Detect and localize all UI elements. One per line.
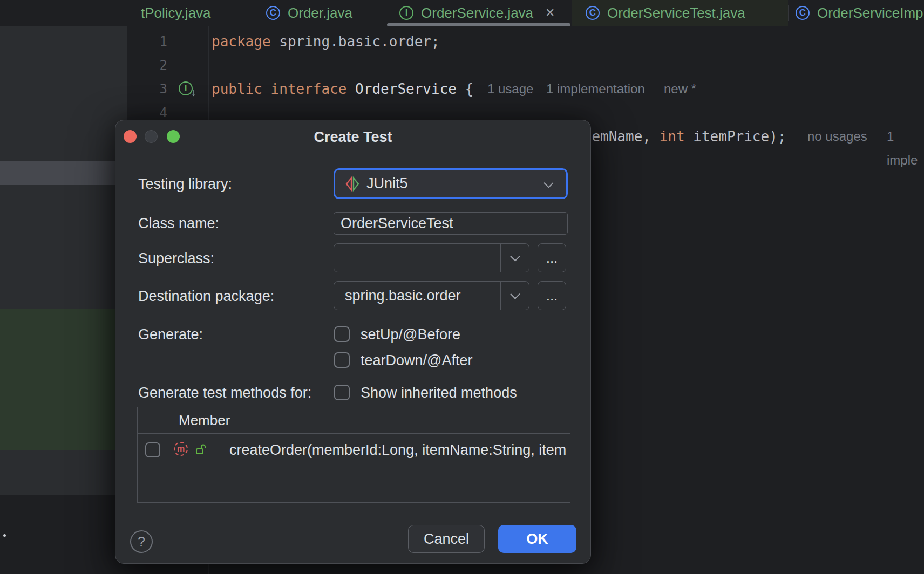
code-text: { xyxy=(457,81,473,97)
tab-separator xyxy=(378,5,378,21)
tab-order[interactable]: C Order.java xyxy=(243,0,378,26)
tab-orderserviceimpl[interactable]: C OrderServiceImp xyxy=(788,0,924,26)
class-icon: C xyxy=(586,6,600,20)
show-inherited-methods-label: Show inherited methods xyxy=(361,384,517,402)
cancel-button-label: Cancel xyxy=(424,531,469,548)
teardown-after-checkbox[interactable] xyxy=(334,352,350,368)
implementations-inlay-hint[interactable]: 1 implementation xyxy=(546,77,645,101)
stray-dot xyxy=(3,534,6,537)
junit5-icon xyxy=(345,176,361,192)
tab-label: OrderService.java xyxy=(421,5,533,22)
destination-package-dropdown-button[interactable] xyxy=(500,282,529,310)
tab-orderservicetest[interactable]: C OrderServiceTest.java xyxy=(572,0,788,26)
keyword: public interface xyxy=(212,81,346,97)
show-inherited-methods-checkbox[interactable] xyxy=(334,385,350,400)
usages-inlay-hint[interactable]: no usages xyxy=(807,125,867,148)
tab-discountpolicy[interactable]: tPolicy.java xyxy=(127,0,243,26)
class-icon: C xyxy=(796,6,810,20)
chevron-down-icon xyxy=(510,289,520,299)
member-row-checkbox[interactable] xyxy=(145,442,160,457)
tab-label: OrderServiceImp xyxy=(817,5,923,22)
destination-package-value: spring.basic.order xyxy=(345,288,461,304)
class-name-label: Class name: xyxy=(138,214,219,233)
ellipsis-icon: ... xyxy=(546,288,558,304)
tab-label: OrderServiceTest.java xyxy=(607,5,745,22)
tab-label: tPolicy.java xyxy=(141,5,211,22)
code-text: itemPrice); xyxy=(685,128,786,145)
class-icon: C xyxy=(266,6,280,20)
close-icon[interactable]: ✕ xyxy=(545,7,555,19)
chevron-down-icon xyxy=(543,178,553,188)
testing-library-value: JUnit5 xyxy=(366,175,408,192)
superclass-label: Superclass: xyxy=(138,249,214,268)
member-column-header: Member xyxy=(169,407,570,433)
ok-button-label: OK xyxy=(526,531,548,548)
keyword: package xyxy=(212,33,271,50)
code-line-1: package spring.basic.order; xyxy=(212,30,440,53)
project-panel-row-highlight xyxy=(0,161,127,185)
vcs-author-inlay-hint[interactable]: new * xyxy=(664,77,696,101)
checkbox-column-header xyxy=(138,407,169,433)
tab-label: Order.java xyxy=(288,5,352,22)
teardown-after-label: tearDown/@After xyxy=(361,351,472,370)
setup-before-checkbox[interactable] xyxy=(334,326,350,342)
public-unlock-icon xyxy=(194,443,207,456)
superclass-browse-button[interactable]: ... xyxy=(538,243,566,272)
setup-before-label: setUp/@Before xyxy=(361,325,460,344)
active-tab-underline xyxy=(387,23,570,26)
testing-library-combobox[interactable]: JUnit5 xyxy=(334,168,568,199)
abstract-method-icon: m xyxy=(174,442,188,456)
question-mark-icon: ? xyxy=(138,534,145,550)
ok-button[interactable]: OK xyxy=(498,525,576,553)
tab-separator xyxy=(243,5,243,21)
destination-package-browse-button[interactable]: ... xyxy=(538,281,566,310)
cancel-button[interactable]: Cancel xyxy=(408,525,485,553)
project-panel[interactable] xyxy=(0,26,127,574)
keyword: int xyxy=(660,128,685,145)
class-name-value: OrderServiceTest xyxy=(341,215,453,232)
table-header: Member xyxy=(138,407,570,434)
generate-test-methods-label: Generate test methods for: xyxy=(138,384,311,402)
tab-separator xyxy=(788,5,789,21)
line-number: 3 xyxy=(127,77,167,101)
help-button[interactable]: ? xyxy=(130,530,153,553)
dialog-title: Create Test xyxy=(116,129,590,146)
superclass-combobox[interactable] xyxy=(334,243,529,272)
ellipsis-icon: ... xyxy=(546,250,558,266)
line-number: 1 xyxy=(127,30,167,53)
editor-tab-bar: tPolicy.java C Order.java I OrderService… xyxy=(0,0,924,26)
project-panel-lower-area xyxy=(0,495,127,574)
navigate-down-arrow-icon: ↓ xyxy=(191,87,196,99)
code-text: spring.basic.order; xyxy=(271,33,440,50)
testing-library-label: Testing library: xyxy=(138,175,232,193)
implementations-inlay-hint[interactable]: 1 imple xyxy=(887,125,924,148)
test-members-table: Member m createOrder(memberId:Long, item… xyxy=(137,407,570,503)
generate-label: Generate: xyxy=(138,325,203,344)
code-line-3: public interface OrderService { xyxy=(212,77,473,101)
usages-inlay-hint[interactable]: 1 usage xyxy=(487,77,533,101)
destination-package-label: Destination package: xyxy=(138,287,274,305)
tab-orderservice-active[interactable]: I OrderService.java ✕ xyxy=(378,0,570,26)
member-method-signature: createOrder(memberId:Long, itemName:Stri… xyxy=(229,441,568,459)
chevron-down-icon xyxy=(510,251,520,261)
superclass-dropdown-button[interactable] xyxy=(500,244,529,272)
class-name-input[interactable]: OrderServiceTest xyxy=(334,212,568,235)
interface-name: OrderService xyxy=(355,81,457,97)
project-panel-selection-green xyxy=(0,309,127,450)
destination-package-combobox[interactable]: spring.basic.order xyxy=(334,281,529,310)
line-number: 2 xyxy=(127,53,167,77)
code-text xyxy=(346,81,355,97)
create-test-dialog: Create Test Testing library: JUnit5 Clas… xyxy=(115,120,591,564)
interface-icon: I xyxy=(399,6,413,20)
